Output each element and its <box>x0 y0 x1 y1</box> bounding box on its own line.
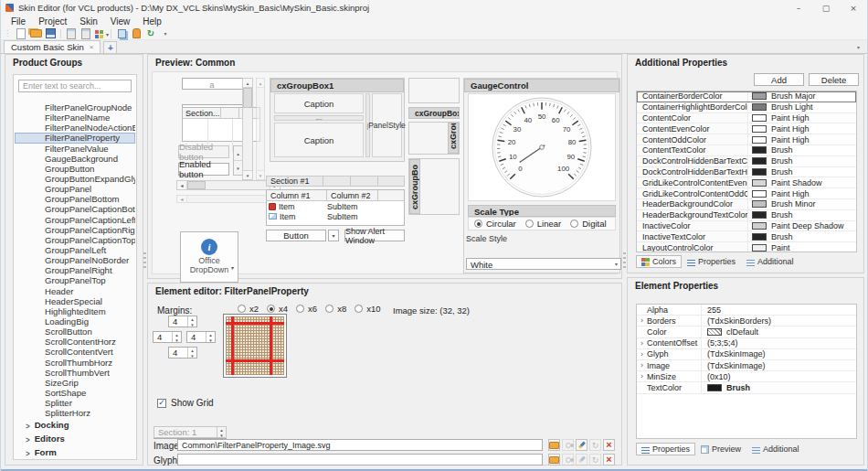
minimize-icon[interactable]: – <box>785 0 812 16</box>
color-property-row[interactable]: ContentOddColor Paint High <box>637 134 856 145</box>
section-header-strip[interactable]: Section #1 <box>266 176 405 187</box>
radio-icon[interactable] <box>474 219 482 228</box>
color-property-row[interactable]: ContentEvenColor Paint High <box>637 123 856 134</box>
delete-icon[interactable] <box>603 439 615 451</box>
new-tab-button[interactable]: + <box>103 41 117 53</box>
search-icon[interactable] <box>562 439 574 451</box>
color-property-row[interactable]: ContentColor Paint High <box>637 113 856 124</box>
bottom-tab[interactable]: Properties <box>636 443 695 455</box>
tree-item[interactable]: LoadingBig <box>15 316 135 326</box>
new-skin-icon[interactable] <box>14 28 28 39</box>
tree-item[interactable]: FilterPanelGroupNode <box>15 102 135 112</box>
tree-item[interactable]: GroupPanelTop <box>15 275 135 285</box>
margin-bottom-spinner[interactable]: 4▴▾ <box>168 347 197 359</box>
enabled-button[interactable]: Enabled button <box>178 163 229 176</box>
column-header[interactable]: Column #1 <box>267 190 327 200</box>
margin-right-spinner[interactable]: 4▴▾ <box>186 331 216 343</box>
tree-item[interactable]: ScrollThumbHorz <box>15 358 135 368</box>
tree-item[interactable]: Splitter <box>15 398 135 408</box>
tree-item[interactable]: SplitterHorz <box>15 408 135 418</box>
color-property-row[interactable]: ContainerBorderColor Brush Major <box>637 91 856 102</box>
search-input[interactable] <box>18 80 132 92</box>
preview-button-dropdown[interactable]: Button <box>266 230 326 241</box>
palette-icon[interactable] <box>93 28 108 39</box>
vertical-scrollbar-disabled[interactable]: ▴▾ <box>256 78 265 180</box>
menu-item[interactable]: Project <box>32 16 73 27</box>
element-property-row[interactable]: › Borders (TdxSkinBorders) <box>637 316 856 326</box>
button-dropdown-caret[interactable]: ▾ <box>328 230 339 241</box>
margin-left-spinner[interactable]: 4▴▾ <box>153 331 182 343</box>
tree-item[interactable]: GroupPanelLeft <box>15 245 135 255</box>
image-path-field[interactable]: Common\FilterPanelProperty_Image.svg <box>177 439 543 451</box>
color-property-row[interactable]: InactiveColor Paint Deep Shadow <box>637 221 856 232</box>
radio-icon[interactable] <box>570 219 578 228</box>
expand-icon[interactable]: › <box>637 350 647 359</box>
color-property-row[interactable]: InactiveTextColor Brush <box>637 231 856 242</box>
margin-top-spinner[interactable]: 4▴▾ <box>168 316 197 327</box>
office-dropdown-button[interactable]: i OfficeDropDown ▾ <box>180 231 238 283</box>
element-property-row[interactable]: › ContentOffset (5;3;5;4) <box>637 338 856 349</box>
tree-item[interactable]: SortShape <box>15 388 135 398</box>
tree-item[interactable]: FilterPanelProperty <box>15 133 135 143</box>
sep[interactable] <box>60 29 61 38</box>
element-property-row[interactable]: › Image (TdxSkinImage) <box>637 360 856 371</box>
tab-custom-basic-skin[interactable]: Custom Basic Skin × <box>4 40 101 53</box>
bottom-tab[interactable]: Additional <box>746 443 805 455</box>
bottom-tab[interactable]: Additional <box>741 255 799 268</box>
tab-close-icon[interactable]: × <box>90 43 94 51</box>
zoom-radio[interactable]: x4 <box>267 304 288 314</box>
tree-item[interactable]: ScrollContentVert <box>15 347 135 357</box>
add-button[interactable]: Add <box>754 73 804 86</box>
open-project-icon[interactable] <box>28 28 43 39</box>
scale-type-radio[interactable]: Linear <box>525 219 561 229</box>
copy-icon[interactable] <box>114 28 129 39</box>
table-row[interactable]: Item SubItem <box>267 211 404 221</box>
tree-group-node[interactable]: >Form <box>15 445 135 457</box>
color-property-row[interactable]: ContentTextColor Brush <box>637 145 856 156</box>
maximize-icon[interactable]: ▢ <box>812 0 840 16</box>
menu-item[interactable]: File <box>5 16 32 27</box>
horizontal-splitter[interactable]: --- <box>274 115 364 121</box>
delete-icon[interactable] <box>603 454 615 466</box>
horizontal-scrollbar-disabled[interactable]: ◂▸ <box>176 195 281 203</box>
radio-icon[interactable] <box>525 219 534 228</box>
radio-icon[interactable] <box>267 305 275 313</box>
panel-splitter[interactable] <box>143 252 146 268</box>
element-property-row[interactable]: › MinSize (0x10) <box>637 371 856 382</box>
preview-combo-1[interactable]: a <box>182 78 251 90</box>
zoom-radio[interactable]: x2 <box>238 304 259 314</box>
tree-item[interactable]: GroupPanelCaptionTop <box>15 235 135 245</box>
tree-item[interactable]: GroupPanelCaptionLeft <box>15 215 135 225</box>
tree-item[interactable]: HeaderSpecial <box>15 296 135 306</box>
show-alert-window-button[interactable]: Show Alert Window <box>344 230 405 241</box>
vertical-scrollbar[interactable]: ▴▾ <box>242 78 253 180</box>
tree-item[interactable]: GroupPanelRight <box>15 265 135 275</box>
overflow-caret[interactable] <box>158 28 173 39</box>
tree-item[interactable]: GroupButtonExpandGlyph <box>15 174 135 184</box>
open-image-icon[interactable] <box>548 454 560 466</box>
color-property-row[interactable]: DockControlHiddenBarTextHotColor Brush <box>637 167 856 178</box>
color-property-row[interactable]: HeaderBackgroundTextColor Brush <box>637 210 856 221</box>
open-image-icon[interactable] <box>548 439 560 451</box>
export-skin-icon[interactable] <box>64 28 79 39</box>
radio-icon[interactable] <box>238 305 246 313</box>
delete-button[interactable]: Delete <box>809 73 859 86</box>
menu-item[interactable]: Skin <box>73 16 103 27</box>
sep[interactable] <box>111 29 111 38</box>
color-property-row[interactable]: LayoutControlColor Paint <box>637 242 856 252</box>
tree-item[interactable]: GroupPanelBottom <box>15 194 135 204</box>
tree-group-node[interactable]: >Editors <box>15 432 135 445</box>
zoom-radio[interactable]: x6 <box>296 304 317 314</box>
search-icon[interactable] <box>562 454 574 466</box>
tree-item[interactable]: GroupButton <box>15 164 135 174</box>
tab-overflow-caret-icon[interactable]: ▾ <box>857 44 860 50</box>
scale-type-radio[interactable]: Circular <box>474 219 516 229</box>
color-property-row[interactable]: DockControlHiddenBarTextColor Brush <box>637 156 856 167</box>
tree-item[interactable]: FilterPanelName <box>15 112 135 123</box>
expand-icon[interactable]: › <box>637 339 647 348</box>
expand-icon[interactable]: › <box>637 372 647 380</box>
tree-item[interactable]: Header <box>15 286 135 296</box>
checkbox-checked-icon[interactable]: ✓ <box>157 399 166 408</box>
tree-item[interactable]: HighlightedItem <box>15 306 135 316</box>
color-property-row[interactable]: ContainerHighlightBorderColor Brush Ligh… <box>637 102 856 113</box>
